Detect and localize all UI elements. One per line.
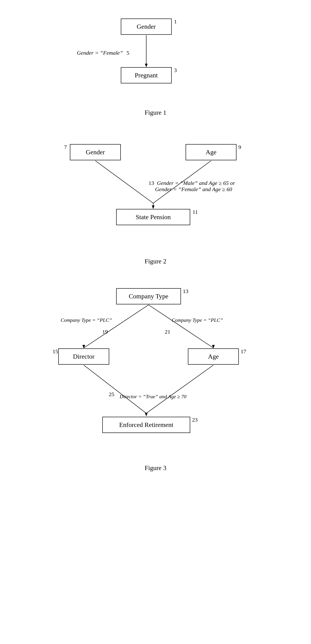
- edge-label-13: 13 Gender = “Male” and Age ≥ 65 or Gende…: [149, 180, 235, 192]
- gender-num: 1: [174, 18, 177, 25]
- svg-marker-7: [82, 345, 85, 348]
- edge-num-21: 21: [165, 329, 170, 335]
- figure-2-caption: Figure 2: [145, 258, 166, 265]
- svg-marker-1: [145, 64, 148, 67]
- svg-line-11: [146, 365, 213, 413]
- figure-3-caption: Figure 3: [145, 464, 166, 472]
- company-type-num: 13: [183, 288, 188, 294]
- enforced-num: 23: [192, 417, 198, 423]
- pregnant-num: 3: [174, 67, 177, 74]
- enforced-retirement-node: Enforced Retirement: [102, 417, 190, 433]
- gender2-num: 7: [64, 144, 67, 150]
- figure-1-caption: Figure 1: [145, 109, 166, 116]
- director-num: 15: [52, 348, 58, 355]
- edge-label-19-left: Company Type = “PLC”: [61, 317, 112, 323]
- company-type-node: Company Type: [116, 288, 181, 304]
- svg-marker-13: [145, 413, 148, 416]
- svg-marker-9: [212, 345, 215, 348]
- age3-num: 17: [241, 348, 246, 355]
- figure-2-diagram: Gender 7 Age 9 13 Gender = “Male” and Ag…: [51, 135, 260, 251]
- edge-num-25: 25: [109, 391, 114, 398]
- figure-2-section: Gender 7 Age 9 13 Gender = “Male” and Ag…: [51, 135, 260, 265]
- edge-num-5: 5: [127, 50, 129, 56]
- edge-label-female: Gender = “Female” 5: [77, 50, 129, 56]
- svg-line-10: [84, 365, 146, 413]
- figure-1-diagram: Gender 1 Gender = “Female” 5 Pregnant 3: [51, 9, 260, 102]
- state-pension-num: 11: [193, 209, 198, 215]
- svg-line-8: [149, 305, 213, 348]
- svg-line-6: [84, 305, 149, 348]
- figure-3-diagram: Company Type 13 Company Type = “PLC” 19 …: [51, 284, 260, 457]
- svg-line-2: [95, 161, 153, 203]
- figure-1-section: Gender 1 Gender = “Female” 5 Pregnant 3 …: [51, 9, 260, 116]
- gender-node: Gender: [121, 18, 172, 35]
- edge-label-25: Director = “True” and Age ≥ 70: [120, 394, 187, 400]
- edge-label-21-right: Company Type = “PLC”: [172, 317, 223, 323]
- gender2-node: Gender: [70, 144, 121, 160]
- state-pension-node: State Pension: [116, 209, 190, 225]
- figure-3-section: Company Type 13 Company Type = “PLC” 19 …: [51, 284, 260, 472]
- age2-node: Age: [186, 144, 237, 160]
- age2-num: 9: [238, 144, 241, 150]
- pregnant-node: Pregnant: [121, 67, 172, 84]
- edge-num-19: 19: [102, 329, 108, 335]
- age3-node: Age: [188, 348, 239, 364]
- director-node: Director: [58, 348, 109, 364]
- svg-marker-5: [152, 206, 155, 209]
